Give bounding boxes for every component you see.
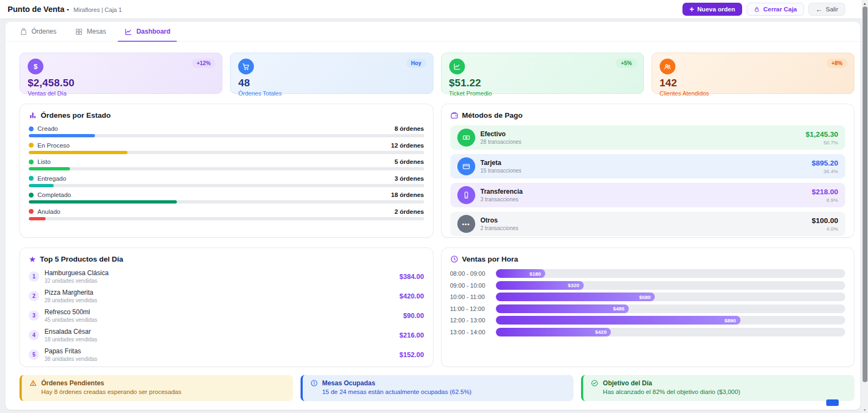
app-header: Punto de Venta - Miraflores | Caja 1 + N… — [0, 0, 868, 18]
hour-bar-track: $420 — [496, 328, 846, 336]
product-name: Hamburguesa Clásica — [44, 269, 108, 277]
peeking-element-fragment — [826, 399, 839, 406]
status-bar-fill — [29, 134, 95, 137]
status-bar-fill — [29, 184, 54, 187]
star-icon: ★ — [29, 255, 36, 263]
info-icon — [310, 379, 318, 387]
hour-bar-track: $320 — [496, 281, 846, 290]
product-total: $90.00 — [403, 312, 424, 320]
stat-card-total-orders: Hoy 48 Órdenes Totales — [230, 53, 433, 94]
status-count: 18 órdenes — [391, 192, 424, 198]
stat-badge: +5% — [616, 59, 636, 68]
stat-card-customers-served: +8% 142 Clientes Atendidos — [652, 53, 854, 94]
hour-bar-fill: $890 — [496, 316, 741, 325]
alert-title: Objetivo del Día — [603, 379, 652, 387]
payment-transactions: 2 transacciones — [481, 225, 519, 231]
main-content-card: Órdenes Mesas Dashboard $ +12% $2,458.50… — [5, 22, 860, 410]
product-total: $384.00 — [399, 273, 424, 281]
occupied-tables-alert: Mesas Ocupadas 15 de 24 mesas están actu… — [301, 375, 574, 401]
alert-title: Mesas Ocupadas — [322, 379, 375, 387]
warning-icon — [29, 379, 37, 387]
status-bar-track — [29, 134, 424, 137]
scrollbar-up-arrow[interactable]: ▲ — [861, 0, 868, 7]
product-rank-badge: 4 — [29, 330, 39, 340]
product-units: 45 unidades vendidas — [44, 317, 97, 323]
stat-label: Órdenes Totales — [238, 90, 425, 97]
status-bar-track — [29, 200, 424, 204]
status-dot — [29, 143, 34, 148]
stat-badge: Hoy — [406, 59, 426, 68]
product-row: 4 Ensalada César 18 unidades vendidas $2… — [29, 328, 424, 342]
product-row: 2 Pizza Margherita 28 unidades vendidas … — [29, 289, 424, 303]
clock-icon — [450, 255, 458, 263]
sales-by-hour-panel: Ventas por Hora 08:00 - 09:00 $180 — [441, 247, 855, 367]
payment-name: Transferencia — [481, 188, 523, 195]
status-row: Completado 18 órdenes — [29, 192, 424, 204]
app-title: Punto de Venta - — [8, 5, 69, 14]
scrollbar-down-arrow[interactable]: ▼ — [861, 406, 868, 413]
shopping-cart-icon — [238, 59, 254, 74]
payment-row-others: ••• Otros 2 transacciones $100.00 4.0% — [450, 212, 846, 236]
product-row: 1 Hamburguesa Clásica 32 unidades vendid… — [29, 269, 424, 284]
product-units: 18 unidades vendidas — [44, 336, 97, 342]
hour-bar-fill: $320 — [496, 281, 584, 290]
payment-percent: 8.9% — [812, 197, 838, 203]
payment-amount: $895.20 — [812, 159, 838, 167]
payment-row-transfer: Transferencia 3 transacciones $218.00 8.… — [450, 183, 846, 207]
hour-row: 10:00 - 11:00 $580 — [450, 293, 846, 301]
hour-label: 11:00 - 12:00 — [450, 306, 496, 312]
status-bar-track — [29, 184, 424, 187]
payment-methods-panel: Métodos de Pago Efectivo 28 transaccione… — [441, 104, 855, 238]
panel-title: ★ Top 5 Productos del Día — [29, 255, 424, 263]
hour-bar-track: $890 — [496, 316, 846, 325]
status-count: 3 órdenes — [394, 175, 424, 182]
scrollbar-thumb[interactable] — [863, 7, 867, 382]
status-list: Creado 8 órdenes En Proceso — [29, 125, 424, 220]
status-count: 5 órdenes — [394, 158, 424, 165]
stat-value: 48 — [238, 77, 425, 89]
product-name: Papas Fritas — [44, 347, 97, 355]
bar-chart-icon — [29, 111, 37, 119]
stat-label: Ventas del Día — [28, 90, 214, 97]
stat-badge: +12% — [192, 59, 215, 68]
exit-button[interactable]: ← Salir — [808, 3, 845, 16]
close-register-button[interactable]: Cerrar Caja — [746, 3, 804, 16]
new-order-button[interactable]: + Nueva orden — [682, 3, 742, 16]
ellipsis-icon: ••• — [457, 215, 475, 233]
hour-bar-track: $180 — [496, 269, 846, 278]
payment-row-card: Tarjeta 15 transacciones $895.20 36.4% — [450, 154, 846, 179]
alerts-row: Órdenes Pendientes Hay 8 órdenes creadas… — [20, 375, 854, 401]
status-dot — [29, 176, 34, 181]
payment-amount: $1,245.30 — [806, 130, 838, 138]
status-count: 8 órdenes — [394, 125, 424, 132]
product-total: $216.00 — [399, 332, 424, 339]
tab-dashboard[interactable]: Dashboard — [118, 22, 177, 41]
stat-value: 142 — [660, 77, 846, 89]
alert-title: Órdenes Pendientes — [41, 379, 104, 387]
hour-bar-fill: $580 — [496, 293, 655, 301]
status-row: Anulado 2 órdenes — [29, 208, 424, 220]
stats-grid: $ +12% $2,458.50 Ventas del Día Hoy 48 Ó… — [20, 53, 854, 94]
status-label: Listo — [37, 158, 50, 165]
product-rank-badge: 1 — [29, 271, 39, 282]
tab-bar: Órdenes Mesas Dashboard — [5, 22, 860, 42]
payment-amount: $218.00 — [812, 188, 838, 196]
tab-orders[interactable]: Órdenes — [13, 22, 63, 41]
charts-row-2: ★ Top 5 Productos del Día 1 Hamburguesa … — [20, 247, 854, 367]
banknote-icon — [457, 129, 475, 147]
wallet-icon — [450, 111, 458, 119]
status-dot — [29, 209, 34, 214]
payment-transactions: 15 transacciones — [481, 168, 522, 174]
status-bar-fill — [29, 151, 127, 154]
hour-row: 08:00 - 09:00 $180 — [450, 269, 846, 278]
hour-bar-value: $420 — [595, 329, 607, 335]
tab-tables[interactable]: Mesas — [68, 22, 112, 41]
plus-icon: + — [690, 5, 694, 13]
trend-chart-icon — [449, 59, 465, 74]
lock-icon — [754, 6, 760, 12]
status-bar-track — [29, 217, 424, 220]
status-count: 12 órdenes — [391, 142, 424, 149]
top-products-panel: ★ Top 5 Productos del Día 1 Hamburguesa … — [20, 247, 433, 367]
vertical-scrollbar[interactable]: ▲ ▼ — [861, 0, 868, 413]
payment-name: Tarjeta — [481, 159, 522, 167]
